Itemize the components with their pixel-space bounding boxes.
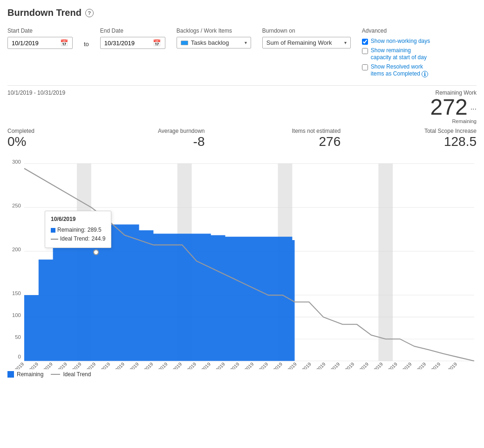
svg-text:0: 0: [18, 354, 20, 359]
svg-text:250: 250: [12, 203, 21, 208]
remaining-work-box: Remaining Work 272 ... Remaining: [430, 90, 477, 124]
legend-ideal-icon: [51, 374, 60, 375]
legend-remaining-label: Remaining: [17, 371, 43, 378]
backlogs-dd-icon: [181, 41, 188, 45]
start-date-input-wrapper[interactable]: 📅: [7, 37, 73, 49]
avg-burndown-stat: Average burndown -8: [106, 128, 205, 149]
remaining-work-value: 272: [430, 96, 468, 118]
completed-label: Completed: [7, 128, 106, 134]
divider: [7, 85, 477, 86]
burndown-chevron-icon: ▾: [344, 40, 347, 45]
burndown-label: Burndown on: [262, 28, 351, 34]
end-date-input-wrapper[interactable]: 📅: [100, 37, 165, 49]
remaining-work-menu[interactable]: ...: [470, 103, 477, 111]
checkbox2-row: Show remaining capacity at start of day: [362, 47, 431, 62]
backlogs-chevron-icon: ▾: [245, 40, 247, 45]
backlogs-group: Backlogs / Work Items Tasks backlog ▾: [177, 28, 251, 48]
chart-header: 10/1/2019 - 10/31/2019 Remaining Work 27…: [7, 90, 477, 124]
items-not-estimated-label: Items not estimated: [292, 128, 341, 134]
end-date-group: End Date 📅: [100, 28, 165, 49]
legend-row: Remaining Ideal Trend: [7, 371, 477, 378]
svg-marker-18: [24, 221, 295, 361]
svg-text:300: 300: [12, 159, 21, 165]
advanced-label: Advanced: [362, 28, 431, 34]
show-resolved-checkbox[interactable]: [362, 64, 368, 70]
controls-row: Start Date 📅 to End Date 📅 Backlogs / Wo…: [7, 28, 477, 78]
svg-text:50: 50: [15, 334, 21, 340]
total-scope-value: 128.5: [444, 134, 477, 149]
legend-ideal-label: Ideal Trend: [63, 371, 91, 378]
burndown-value: Sum of Remaining Work: [266, 39, 341, 46]
svg-text:200: 200: [12, 247, 21, 252]
burndown-group: Burndown on Sum of Remaining Work ▾: [262, 28, 351, 48]
svg-point-19: [94, 219, 98, 224]
advanced-group: Advanced Show non-working days Show rema…: [362, 28, 431, 78]
total-scope-label: Total Scope Increase: [424, 128, 477, 134]
legend-remaining-icon: [7, 371, 14, 378]
show-resolved-label[interactable]: Show Resolved work items as Completed ℹ: [371, 63, 431, 78]
end-date-calendar-icon[interactable]: 📅: [153, 39, 161, 47]
items-not-estimated-value: 276: [319, 134, 341, 149]
show-nonworking-label[interactable]: Show non-working days: [371, 38, 430, 45]
show-remaining-capacity-checkbox[interactable]: [362, 48, 368, 54]
start-date-group: Start Date 📅: [7, 28, 73, 49]
end-date-label: End Date: [100, 28, 165, 34]
svg-text:150: 150: [12, 290, 21, 296]
items-not-estimated-stat: Items not estimated 276: [242, 128, 341, 149]
svg-point-20: [94, 250, 98, 255]
burndown-dropdown[interactable]: Sum of Remaining Work ▾: [262, 37, 351, 48]
completed-value: 0%: [7, 134, 106, 149]
chart-date-range: 10/1/2019 - 10/31/2019: [7, 90, 65, 96]
checkbox1-row: Show non-working days: [362, 38, 431, 45]
svg-text:10/1/2019: 10/1/2019: [7, 361, 25, 369]
svg-text:100: 100: [12, 312, 21, 318]
start-date-calendar-icon[interactable]: 📅: [60, 39, 68, 47]
backlogs-label: Backlogs / Work Items: [177, 28, 251, 34]
chart-area: 300 250 200 150 50 0 100: [7, 155, 477, 369]
svg-rect-17: [378, 164, 393, 361]
backlogs-dropdown[interactable]: Tasks backlog ▾: [177, 37, 251, 48]
page-title-section: Burndown Trend ?: [7, 7, 477, 18]
show-nonworking-checkbox[interactable]: [362, 39, 368, 45]
help-icon[interactable]: ?: [85, 9, 94, 17]
to-label: to: [84, 28, 89, 48]
show-remaining-capacity-label[interactable]: Show remaining capacity at start of day: [371, 47, 431, 62]
checkbox3-row: Show Resolved work items as Completed ℹ: [362, 63, 431, 78]
start-date-input[interactable]: [12, 40, 58, 47]
completed-stat: Completed 0%: [7, 128, 106, 149]
avg-burndown-label: Average burndown: [158, 128, 205, 134]
legend-remaining: Remaining: [7, 371, 43, 378]
backlogs-value: Tasks backlog: [191, 39, 242, 46]
stats-row: Completed 0% Average burndown -8 Items n…: [7, 128, 477, 149]
page-title: Burndown Trend: [7, 7, 82, 18]
burndown-chart: 300 250 200 150 50 0 100: [7, 155, 477, 369]
avg-burndown-value: -8: [193, 134, 205, 149]
start-date-label: Start Date: [7, 28, 73, 34]
legend-ideal: Ideal Trend: [51, 371, 91, 378]
end-date-input[interactable]: [104, 40, 151, 47]
total-scope-stat: Total Scope Increase 128.5: [378, 128, 477, 149]
